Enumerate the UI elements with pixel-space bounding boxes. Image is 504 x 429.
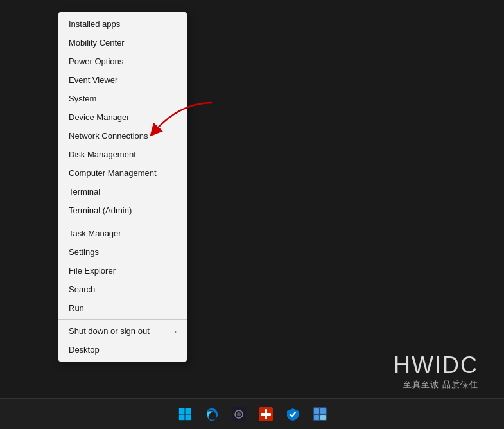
watermark-subtitle: 至真至诚 品质保住 [394,379,478,390]
menu-item-label: Terminal (Admin) [69,206,132,215]
desktop: Installed appsMobility CenterPower Optio… [0,0,504,429]
chevron-right-icon: › [174,328,177,335]
menu-item-computer-management[interactable]: Computer Management [58,164,187,182]
menu-item-installed-apps[interactable]: Installed apps [58,15,187,33]
menu-item-label: Power Options [69,57,123,66]
svg-rect-9 [265,409,267,419]
menu-item-label: Settings [69,247,99,257]
menu-item-task-manager[interactable]: Task Manager [58,224,187,243]
svg-rect-2 [178,414,184,420]
defender-button[interactable] [281,403,304,426]
app3-button[interactable] [254,403,277,426]
watermark: HWIDC 至真至诚 品质保住 [394,352,478,390]
menu-item-label: File Explorer [69,266,116,276]
menu-divider [58,319,187,320]
svg-rect-0 [178,408,184,414]
watermark-title: HWIDC [394,352,478,379]
menu-item-label: Shut down or sign out [69,326,150,336]
menu-item-label: Task Manager [69,229,121,238]
menu-item-mobility-center[interactable]: Mobility Center [58,33,187,52]
menu-item-terminal[interactable]: Terminal [58,182,187,201]
menu-divider [58,222,187,222]
menu-item-label: Event Viewer [69,75,117,85]
menu-item-power-options[interactable]: Power Options [58,52,187,71]
app5-button[interactable] [308,403,331,426]
menu-item-label: System [69,94,96,103]
taskbar [0,398,504,429]
menu-item-label: Computer Management [69,168,157,178]
menu-item-run[interactable]: Run [58,299,187,317]
menu-item-label: Installed apps [69,19,120,29]
menu-item-disk-management[interactable]: Disk Management [58,145,187,164]
svg-rect-12 [320,408,326,414]
svg-rect-11 [314,408,319,414]
edge-browser-button[interactable] [200,403,223,426]
menu-item-label: Terminal [69,187,100,197]
menu-item-label: Disk Management [69,150,136,159]
menu-item-shut-down-or-sign-out[interactable]: Shut down or sign out› [58,322,187,340]
svg-rect-13 [314,415,319,420]
menu-item-terminal-(admin)[interactable]: Terminal (Admin) [58,201,187,220]
windows-start-button[interactable] [173,403,196,426]
svg-rect-14 [320,415,326,420]
svg-rect-1 [185,408,191,414]
menu-item-network-connections[interactable]: Network Connections [58,127,187,145]
menu-item-label: Device Manager [69,112,130,122]
menu-item-search[interactable]: Search [58,280,187,299]
svg-rect-3 [185,414,191,420]
menu-item-settings[interactable]: Settings [58,243,187,261]
menu-item-desktop[interactable]: Desktop [58,340,187,359]
svg-point-6 [237,412,241,416]
menu-item-label: Network Connections [69,131,148,141]
menu-item-label: Search [69,285,95,294]
menu-item-file-explorer[interactable]: File Explorer [58,261,187,280]
menu-item-system[interactable]: System [58,89,187,108]
menu-item-event-viewer[interactable]: Event Viewer [58,71,187,89]
menu-item-label: Desktop [69,345,100,355]
context-menu: Installed appsMobility CenterPower Optio… [58,12,187,362]
menu-item-device-manager[interactable]: Device Manager [58,108,187,127]
terminal-button[interactable] [227,403,250,426]
menu-item-label: Mobility Center [69,38,125,48]
menu-item-label: Run [69,303,84,313]
